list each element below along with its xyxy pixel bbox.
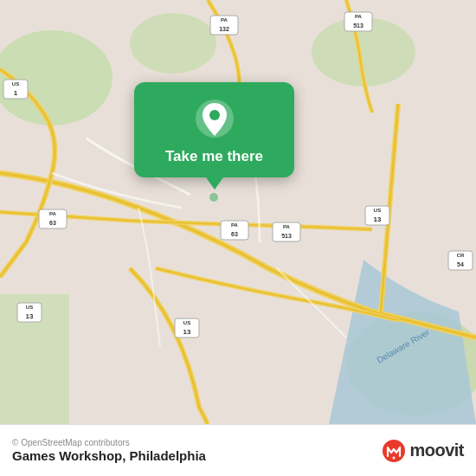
map-area: Delaware River U — [0, 0, 476, 424]
svg-text:US: US — [12, 81, 19, 87]
svg-point-2 — [130, 13, 216, 74]
moovit-logo-icon — [382, 439, 406, 463]
svg-text:1: 1 — [14, 89, 18, 97]
svg-text:13: 13 — [183, 328, 191, 336]
svg-text:13: 13 — [26, 312, 34, 320]
svg-text:CR: CR — [457, 253, 465, 258]
svg-text:PA: PA — [231, 222, 239, 228]
svg-text:13: 13 — [374, 215, 382, 223]
svg-text:US: US — [183, 320, 190, 325]
svg-text:US: US — [26, 305, 33, 310]
location-pin-icon — [194, 98, 235, 139]
place-name: Games Workshop, Philadelphia — [12, 448, 206, 463]
svg-text:PA: PA — [355, 14, 363, 19]
map-svg: Delaware River U — [0, 0, 476, 424]
take-me-there-label: Take me there — [165, 148, 263, 165]
svg-point-37 — [209, 193, 218, 202]
svg-text:PA: PA — [283, 224, 291, 229]
take-me-there-card[interactable]: Take me there — [134, 82, 294, 177]
footer-bar: © OpenStreetMap contributors Games Works… — [0, 424, 476, 476]
svg-point-39 — [209, 110, 220, 120]
copyright-text: © OpenStreetMap contributors — [12, 438, 206, 447]
svg-text:PA: PA — [49, 211, 57, 216]
moovit-text: moovit — [409, 441, 464, 460]
svg-text:US: US — [374, 208, 381, 213]
svg-text:513: 513 — [281, 233, 292, 239]
svg-point-41 — [393, 456, 396, 459]
svg-text:PA: PA — [221, 17, 228, 23]
svg-text:132: 132 — [219, 26, 229, 32]
moovit-logo: moovit — [382, 439, 464, 463]
footer-left: © OpenStreetMap contributors Games Works… — [12, 438, 206, 463]
svg-text:54: 54 — [457, 261, 464, 267]
svg-text:63: 63 — [49, 220, 56, 226]
svg-text:63: 63 — [231, 231, 238, 237]
svg-text:513: 513 — [353, 23, 363, 29]
